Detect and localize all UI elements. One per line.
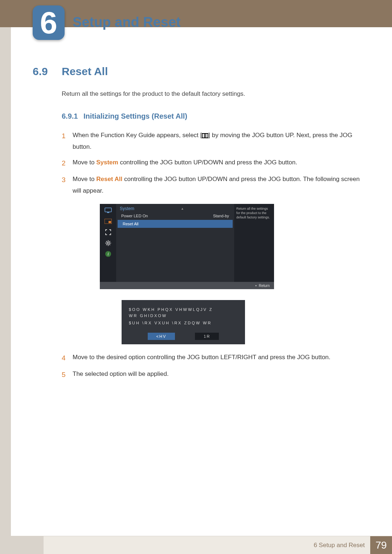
svg-rect-1 (107, 212, 109, 213)
step-2: 2 Move to System controlling the JOG but… (62, 157, 367, 170)
footer-chapter-label: 6 Setup and Reset (314, 542, 365, 549)
bullet-icon: • (255, 284, 257, 288)
osd-no-button: 1R (195, 333, 219, 340)
pip-icon (104, 218, 112, 225)
step-text: Move to Reset All controlling the JOG bu… (73, 173, 367, 197)
osd-dialog-text: $OO WKH PHQX VHWWLQJV Z WR GHIDXOW $UH \… (129, 307, 238, 326)
svg-point-4 (107, 242, 109, 244)
step-5: 5 The selected option will be applied. (62, 368, 367, 381)
menu-icon (202, 133, 208, 138)
step-3: 3 Move to Reset All controlling the JOG … (62, 173, 367, 197)
step-number: 3 (62, 173, 73, 197)
monitor-icon (104, 207, 112, 214)
section-heading: 6.9 Reset All (33, 65, 367, 78)
step-text: Move to System controlling the JOG butto… (73, 157, 367, 170)
osd-screenshot: i System ▲ Power LED On Stand-by Reset A… (100, 204, 274, 344)
osd-row-reset-all: Reset All (118, 220, 233, 228)
page-content: 6.9 Reset All Return all the settings fo… (33, 65, 367, 385)
highlight-system: System (96, 159, 118, 166)
osd-footer: • Return (100, 282, 274, 289)
osd-help-panel: Return all the settings for the product … (234, 204, 274, 282)
osd-icon-rail: i (100, 204, 116, 282)
subsection-number: 6.9.1 (62, 112, 83, 120)
osd-row-power-led: Power LED On Stand-by (116, 212, 234, 220)
osd-dialog-buttons: <HV 1R (129, 333, 238, 340)
osd-item-value: Stand-by (213, 214, 229, 218)
osd-confirm-dialog: $OO WKH PHQX VHWWLQJV Z WR GHIDXOW $UH \… (122, 300, 245, 344)
svg-rect-0 (105, 208, 111, 212)
osd-return-label: Return (259, 284, 270, 288)
arrow-up-icon: ▲ (181, 207, 184, 210)
step-text: When the Function Key Guide appears, sel… (73, 130, 367, 153)
step-number: 1 (62, 130, 73, 153)
section-title: Reset All (62, 65, 108, 78)
osd-yes-button: <HV (148, 333, 175, 340)
page-footer: 6 Setup and Reset 79 (0, 536, 392, 554)
info-icon: i (104, 250, 112, 258)
footer-page-number: 79 (370, 536, 392, 554)
highlight-reset-all: Reset All (96, 176, 122, 182)
osd-menu: i System ▲ Power LED On Stand-by Reset A… (100, 204, 274, 282)
resize-icon (104, 229, 112, 236)
footer-accent (0, 536, 44, 554)
step-number: 4 (62, 352, 73, 365)
step-1: 1 When the Function Key Guide appears, s… (62, 130, 367, 153)
chapter-badge: 6 (33, 5, 65, 40)
osd-main-panel: System ▲ Power LED On Stand-by Reset All (116, 204, 234, 282)
chapter-number: 6 (40, 5, 57, 41)
section-number: 6.9 (33, 65, 62, 78)
step-number: 5 (62, 368, 73, 381)
osd-menu-header: System ▲ (116, 204, 234, 212)
svg-rect-3 (109, 221, 111, 223)
section-intro: Return all the settings for the product … (62, 90, 367, 98)
osd-item-label: Reset All (123, 222, 138, 226)
gear-icon (104, 239, 112, 247)
chapter-title: Setup and Reset (73, 15, 181, 30)
step-text: The selected option will be applied. (73, 368, 367, 381)
step-number: 2 (62, 157, 73, 170)
subsection-heading: 6.9.1 Initializing Settings (Reset All) (62, 112, 367, 120)
step-text: Move to the desired option controlling t… (73, 352, 367, 365)
subsection-title: Initializing Settings (Reset All) (83, 112, 187, 120)
step-4: 4 Move to the desired option controlling… (62, 352, 367, 365)
svg-text:i: i (107, 251, 109, 257)
side-accent-bar (0, 0, 11, 554)
osd-item-label: Power LED On (121, 214, 148, 218)
